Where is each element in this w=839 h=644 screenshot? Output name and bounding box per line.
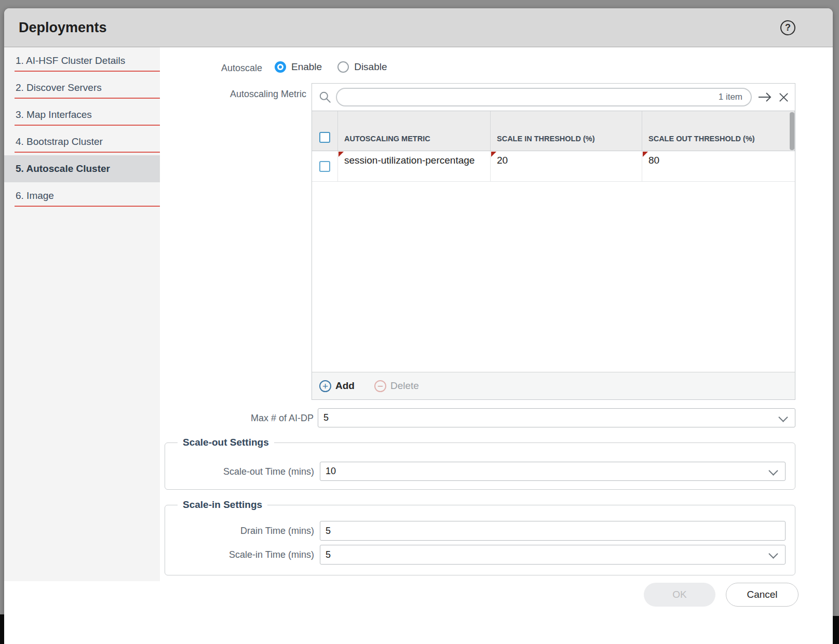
step-label: 6. Image [16,190,54,202]
step-autoscale-cluster-active[interactable]: 5. Autoscale Cluster [4,155,160,182]
chevron-down-icon [768,466,778,475]
scale-out-settings-legend: Scale-out Settings [178,436,274,449]
table-search-bar: 1 item [312,84,795,111]
autoscale-disable-option[interactable]: Disable [337,61,387,73]
scale-out-time-dropdown[interactable]: 10 [320,462,786,481]
table-header-row: AUTOSCALING METRIC SCALE IN THRESHOLD (%… [312,111,795,151]
metric-search-input[interactable] [344,91,719,103]
step-map-interfaces[interactable]: 3. Map Interfaces [4,101,160,128]
header-checkbox-cell [312,111,338,151]
background-strip-left [0,614,4,644]
autoscaling-metric-table: 1 item AUTOSCALING METRIC SCALE IN THRE [312,83,795,400]
select-all-checkbox[interactable] [319,132,330,143]
autoscale-label: Autoscale [4,61,262,75]
plus-circle-icon: + [319,380,331,392]
scale-out-settings-group: Scale-out Settings Scale-out Time (mins)… [165,442,795,490]
drain-time-value: 5 [326,526,331,536]
metric-cell[interactable]: session-utilization-percentage [338,151,491,181]
delete-button-disabled[interactable]: − Delete [374,380,419,392]
step-label: 4. Bootstrap Cluster [16,136,103,147]
max-ai-dp-label: Max # of AI-DP [4,411,314,425]
add-button[interactable]: + Add [319,380,355,392]
max-ai-dp-dropdown[interactable]: 5 [318,408,795,427]
scale-in-time-value: 5 [326,549,331,560]
dialog-header: Deployments [4,8,833,47]
scale-out-threshold-cell[interactable]: 80 [642,151,795,181]
scale-in-time-dropdown[interactable]: 5 [320,545,786,565]
table-row[interactable]: session-utilization-percentage 20 80 [312,151,795,182]
autoscaling-metric-label: Autoscaling Metric [4,87,306,101]
table-footer: + Add − Delete [312,372,795,399]
add-label: Add [335,380,355,392]
table-scrollbar-thumb[interactable] [790,112,794,150]
disable-label: Disable [354,61,387,73]
row-checkbox-cell [312,151,338,181]
scale-in-time-label: Scale-in Time (mins) [165,548,314,561]
scale-in-threshold-cell[interactable]: 20 [491,151,642,181]
chevron-down-icon [778,412,788,422]
search-icon [318,90,332,104]
step-image[interactable]: 6. Image [4,182,160,209]
cancel-button[interactable]: Cancel [726,583,799,607]
background-strip-right [832,616,839,644]
autoscale-radio-group: Enable Disable [275,61,387,73]
deployments-dialog: Deployments ? 1. AI-HSF Cluster Details … [4,8,833,644]
clear-filter-icon[interactable] [778,91,790,103]
radio-unselected-icon[interactable] [337,61,349,73]
step-underline [15,152,160,153]
apply-filter-arrow-icon[interactable] [757,91,773,103]
item-count-badge: 1 item [719,92,742,102]
step-label: 3. Map Interfaces [16,109,92,120]
wizard-step-list: 1. AI-HSF Cluster Details 2. Discover Se… [4,47,160,581]
scale-out-time-value: 10 [326,466,336,477]
dialog-title: Deployments [19,20,107,36]
column-scale-in-threshold[interactable]: SCALE IN THRESHOLD (%) [491,111,642,151]
row-checkbox[interactable] [319,161,330,172]
step-underline [15,206,160,207]
delete-label: Delete [390,380,419,392]
drain-time-input[interactable]: 5 [320,521,786,541]
step-label: 5. Autoscale Cluster [16,163,110,175]
scale-in-settings-legend: Scale-in Settings [178,499,267,511]
minus-circle-icon: − [374,380,386,392]
column-autoscaling-metric[interactable]: AUTOSCALING METRIC [338,111,491,151]
column-scale-out-threshold[interactable]: SCALE OUT THRESHOLD (%) [642,111,795,151]
step-underline [15,125,160,126]
search-pill: 1 item [336,88,752,106]
help-icon[interactable]: ? [780,20,795,35]
scale-out-time-label: Scale-out Time (mins) [165,465,314,478]
ok-button-disabled[interactable]: OK [644,583,715,607]
autoscale-enable-option[interactable]: Enable [275,61,322,73]
scale-in-settings-group: Scale-in Settings Drain Time (mins) 5 Sc… [165,505,795,575]
radio-selected-icon[interactable] [275,61,286,73]
chevron-down-icon [768,549,778,558]
drain-time-label: Drain Time (mins) [165,524,314,538]
step-bootstrap-cluster[interactable]: 4. Bootstrap Cluster [4,128,160,155]
enable-label: Enable [291,61,322,73]
max-ai-dp-value: 5 [323,412,329,423]
table-empty-area [312,182,795,372]
